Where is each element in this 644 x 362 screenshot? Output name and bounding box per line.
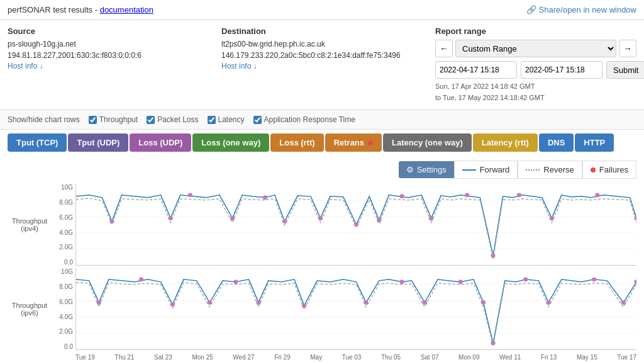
settings-button[interactable]: ⚙ Settings [399, 161, 454, 178]
gear-icon: ⚙ [406, 165, 414, 174]
failures-legend: Failures [582, 161, 636, 179]
tab-loss-rtt[interactable]: Loss (rtt) [270, 133, 323, 152]
throughput-checkbox[interactable] [89, 116, 97, 124]
next-range-button[interactable]: → [619, 40, 636, 57]
art-checkbox-label[interactable]: Application Response Time [253, 115, 355, 124]
svg-point-38 [547, 300, 551, 305]
source-section: Source ps-slough-10g.ja.net 194.81.18.22… [8, 26, 209, 103]
prev-range-button[interactable]: ← [435, 40, 453, 57]
chart-label-ipv4: Throughput (ipv4) [8, 184, 52, 266]
share-link[interactable]: 🔗 Share/open in new window [526, 5, 636, 14]
svg-point-16 [634, 216, 636, 220]
destination-section: Destination lt2ps00-bw.grid.hep.ph.ic.ac… [221, 26, 423, 103]
display-to: Tue, 17 May 2022 14:18:42 GMT [443, 94, 545, 101]
charts-area: Throughput (ipv4) 10G 8.0G 6.0G 4.0G 2.0… [0, 184, 644, 362]
x-label-4: Wed 27 [233, 354, 254, 361]
svg-point-40 [139, 278, 143, 282]
art-label: Application Response Time [264, 115, 355, 124]
date-to-input[interactable] [521, 61, 602, 79]
svg-point-21 [517, 193, 521, 198]
x-label-3: Mon 25 [192, 354, 213, 361]
x-label-10: Mon 09 [458, 354, 479, 361]
source-ip: 194.81.18.227,2001:630:3c:f803:0:0:0:6 [8, 50, 209, 61]
tab-dns[interactable]: DNS [539, 133, 574, 152]
info-panel: Source ps-slough-10g.ja.net 194.81.18.22… [0, 20, 644, 110]
tab-tput-tcp[interactable]: Tput (TCP) [8, 133, 67, 152]
display-from: Sun, 17 Apr 2022 14:18:42 GMT [435, 82, 535, 90]
report-range-label: Report range [435, 26, 636, 36]
range-select[interactable]: Custom Range Last 24 Hours Last 7 Days L… [455, 40, 616, 57]
reverse-legend-label: Reverse [543, 165, 574, 174]
tab-retrans[interactable]: Retrans [325, 133, 382, 152]
svg-point-14 [491, 254, 495, 258]
x-label-6: May [310, 354, 322, 361]
svg-point-39 [621, 300, 626, 305]
packet-loss-checkbox-label[interactable]: Packet Loss [147, 115, 198, 124]
throughput-label: Throughput [99, 115, 138, 124]
svg-point-22 [595, 193, 599, 198]
source-hostname: ps-slough-10g.ja.net [8, 38, 209, 50]
svg-point-42 [399, 280, 404, 285]
tab-http[interactable]: HTTP [575, 133, 614, 152]
x-label-5: Fri 29 [274, 354, 291, 361]
svg-point-45 [592, 278, 596, 282]
svg-point-31 [208, 300, 212, 305]
page-title: perfSONAR test results - documentation [8, 5, 153, 14]
svg-point-36 [481, 300, 486, 305]
failures-dot-icon [591, 167, 596, 173]
date-display: Sun, 17 Apr 2022 14:18:42 GMT to Tue, 17… [435, 81, 636, 103]
svg-point-46 [634, 280, 636, 285]
tab-loss-one-way[interactable]: Loss (one way) [192, 133, 269, 152]
destination-ip: 146.179.233.220,2a0c:5bc0:c8:2:1e34:daff… [221, 50, 423, 61]
chart-throughput-ipv4: Throughput (ipv4) 10G 8.0G 6.0G 4.0G 2.0… [8, 184, 636, 266]
svg-point-15 [550, 216, 554, 220]
packet-loss-checkbox[interactable] [147, 116, 155, 124]
latency-checkbox-label[interactable]: Latency [208, 115, 245, 124]
x-label-11: Wed 11 [499, 354, 521, 361]
x-label-12: Fri 13 [541, 354, 557, 361]
source-host-info-link[interactable]: Host info ↓ [8, 62, 43, 71]
chart-y-axis-ipv6: 10G 8.0G 6.0G 4.0G 2.0G 0.0 [52, 268, 75, 350]
packet-loss-label: Packet Loss [157, 115, 198, 124]
svg-point-41 [233, 280, 238, 285]
forward-legend: Forward [454, 161, 518, 179]
art-checkbox[interactable] [253, 116, 262, 124]
reverse-line-icon [526, 169, 540, 171]
svg-point-11 [354, 222, 358, 227]
x-axis: Tue 19 Thu 21 Sat 23 Mon 25 Wed 27 Fri 2… [75, 353, 636, 362]
destination-hostname: lt2ps00-bw.grid.hep.ph.ic.ac.uk [221, 38, 423, 50]
svg-point-10 [318, 216, 323, 220]
x-label-9: Sat 07 [421, 354, 439, 361]
x-label-1: Thu 21 [114, 354, 134, 361]
destination-host-info-link[interactable]: Host info ↓ [221, 62, 257, 71]
svg-point-19 [399, 195, 404, 199]
forward-line-icon [462, 169, 476, 171]
chart-y-axis-ipv4: 10G 8.0G 6.0G 4.0G 2.0G 0.0 [52, 184, 75, 266]
tab-tput-udp[interactable]: Tput (UDP) [68, 133, 128, 152]
x-label-7: Tue 03 [342, 354, 362, 361]
x-label-13: May 15 [577, 354, 597, 361]
tab-latency-one-way[interactable]: Latency (one way) [383, 133, 472, 152]
doc-link[interactable]: documentation [100, 5, 153, 14]
forward-legend-label: Forward [480, 165, 510, 174]
latency-checkbox[interactable] [208, 116, 216, 124]
chart-row-ipv6: Throughput (ipv6) 10G 8.0G 6.0G 4.0G 2.0… [8, 268, 636, 350]
date-inputs: Submit [435, 61, 636, 79]
svg-point-43 [458, 280, 463, 285]
svg-point-6 [109, 219, 114, 223]
throughput-checkbox-label[interactable]: Throughput [89, 115, 138, 124]
tab-bar: Tput (TCP) Tput (UDP) Loss (UDP) Loss (o… [0, 130, 644, 156]
svg-point-32 [256, 300, 260, 305]
display-to-prefix: to [435, 94, 441, 101]
svg-point-7 [169, 216, 173, 220]
submit-button[interactable]: Submit [606, 61, 644, 79]
date-from-input[interactable] [435, 61, 517, 79]
show-hide-label: Show/hide chart rows [8, 115, 80, 124]
chart-canvas-ipv4 [75, 184, 636, 266]
svg-point-13 [429, 216, 433, 220]
tab-loss-udp[interactable]: Loss (UDP) [130, 133, 191, 152]
chart-svg-ipv4 [76, 184, 636, 265]
tab-latency-rtt[interactable]: Latency (rtt) [473, 133, 538, 152]
latency-label: Latency [218, 115, 245, 124]
report-range-section: Report range ← Custom Range Last 24 Hour… [435, 26, 636, 103]
